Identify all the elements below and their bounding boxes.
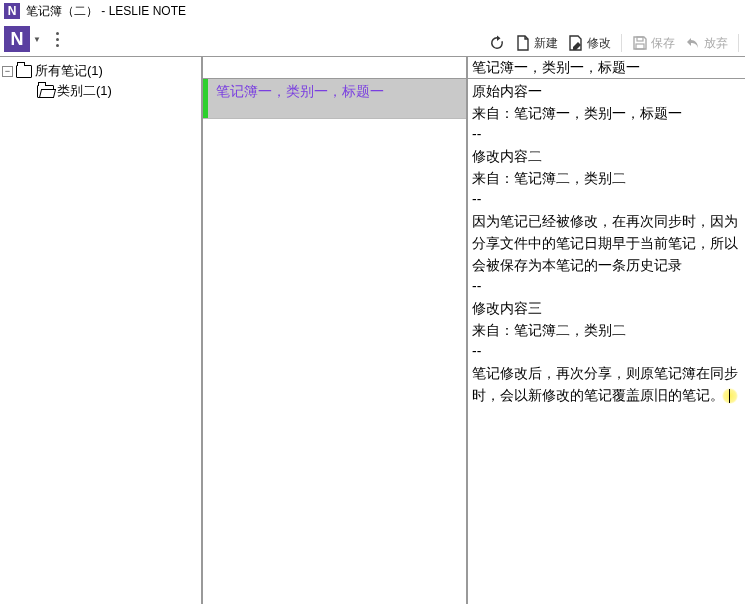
- edit-icon: [568, 35, 584, 51]
- toolbar-separator: [621, 34, 622, 52]
- save-label: 保存: [651, 35, 675, 52]
- title-bar: N 笔记簿（二） - LESLIE NOTE: [0, 0, 745, 22]
- toolbar: 新建 修改 保存 放弃: [485, 30, 745, 56]
- note-list: 笔记簿一，类别一，标题一: [203, 57, 468, 604]
- main-area: − 所有笔记(1) 类别二(1) 笔记簿一，类别一，标题一 笔记簿一，类别一，标…: [0, 56, 745, 604]
- app-logo-icon: N: [4, 3, 20, 19]
- undo-icon: [685, 35, 701, 51]
- note-list-header: [203, 57, 466, 79]
- content-line: 来自：笔记簿二，类别二: [472, 320, 741, 342]
- save-button: 保存: [628, 33, 679, 54]
- refresh-button[interactable]: [485, 33, 509, 53]
- sidebar: − 所有笔记(1) 类别二(1): [0, 57, 203, 604]
- toolbar-separator: [738, 34, 739, 52]
- content-line: 修改内容三: [472, 298, 741, 320]
- content-line: --: [472, 341, 741, 363]
- content-line: 因为笔记已经被修改，在再次同步时，因为分享文件中的笔记日期早于当前笔记，所以会被…: [472, 211, 741, 276]
- overflow-menu-button[interactable]: [48, 26, 66, 52]
- note-item-title: 笔记簿一，类别一，标题一: [208, 79, 392, 105]
- discard-label: 放弃: [704, 35, 728, 52]
- text-cursor-icon: [722, 388, 738, 404]
- content-body[interactable]: 原始内容一 来自：笔记簿一，类别一，标题一 -- 修改内容二 来自：笔记簿二，类…: [468, 79, 745, 604]
- content-pane: 笔记簿一，类别一，标题一 原始内容一 来自：笔记簿一，类别一，标题一 -- 修改…: [468, 57, 745, 604]
- window-title: 笔记簿（二） - LESLIE NOTE: [26, 3, 186, 20]
- svg-rect-0: [637, 37, 643, 41]
- main-menu-button[interactable]: N: [4, 26, 30, 52]
- edit-button[interactable]: 修改: [564, 33, 615, 54]
- content-title: 笔记簿一，类别一，标题一: [468, 57, 745, 79]
- new-file-icon: [515, 35, 531, 51]
- content-line: --: [472, 189, 741, 211]
- content-line: --: [472, 276, 741, 298]
- discard-button: 放弃: [681, 33, 732, 54]
- main-menu-dropdown[interactable]: ▼: [32, 26, 42, 52]
- content-last-line: 笔记修改后，再次分享，则原笔记簿在同步时，会以新修改的笔记覆盖原旧的笔记。: [472, 363, 741, 406]
- new-label: 新建: [534, 35, 558, 52]
- tree-child-label: 类别二(1): [57, 82, 112, 100]
- save-icon: [632, 35, 648, 51]
- content-line: 修改内容二: [472, 146, 741, 168]
- svg-rect-1: [636, 44, 644, 49]
- tree-root-row[interactable]: − 所有笔记(1): [2, 61, 199, 81]
- note-item[interactable]: 笔记簿一，类别一，标题一: [203, 79, 466, 119]
- content-line: 来自：笔记簿二，类别二: [472, 168, 741, 190]
- tree-child-row[interactable]: 类别二(1): [2, 81, 199, 101]
- folder-icon: [16, 65, 32, 78]
- tree-root-label: 所有笔记(1): [35, 62, 103, 80]
- folder-open-icon: [37, 85, 54, 98]
- content-line: --: [472, 124, 741, 146]
- refresh-icon: [489, 35, 505, 51]
- collapse-icon[interactable]: −: [2, 66, 13, 77]
- content-line: 来自：笔记簿一，类别一，标题一: [472, 103, 741, 125]
- new-button[interactable]: 新建: [511, 33, 562, 54]
- content-line: 原始内容一: [472, 81, 741, 103]
- edit-label: 修改: [587, 35, 611, 52]
